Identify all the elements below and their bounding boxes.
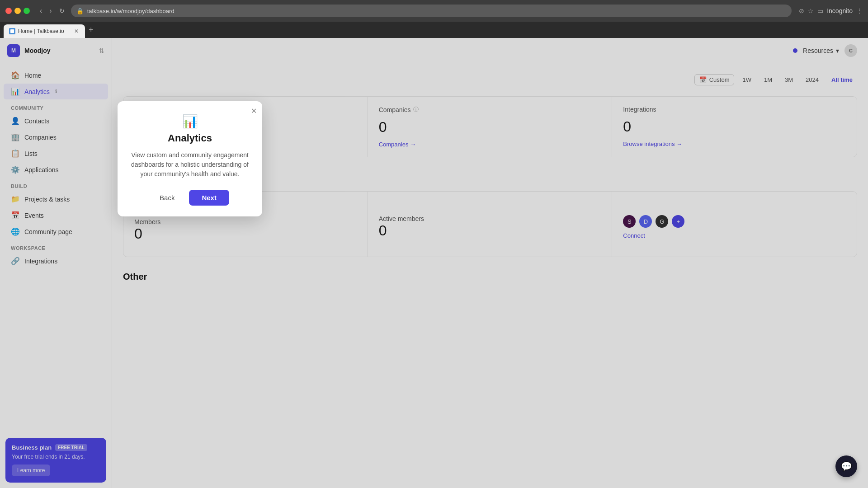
sidebar-toggle[interactable]: ▭ <box>817 7 823 14</box>
modal-back-button[interactable]: Back <box>151 190 184 206</box>
forward-arrow[interactable]: › <box>47 6 54 16</box>
analytics-modal: ✕ 📊 Analytics View custom and community … <box>118 101 262 216</box>
tab-bar: Home | Talkbase.io ✕ + <box>0 22 868 38</box>
modal-actions: Back Next <box>128 190 251 206</box>
menu-icon[interactable]: ⋮ <box>856 7 863 14</box>
lock-icon: 🔒 <box>76 8 84 14</box>
minimize-btn[interactable] <box>14 8 21 14</box>
browser-chrome: ‹ › ↻ 🔒 talkbase.io/w/moodjoy/dashboard … <box>0 0 868 22</box>
browser-extras: ⊘ ☆ ▭ Incognito ⋮ <box>799 7 863 14</box>
modal-close-button[interactable]: ✕ <box>251 107 257 115</box>
tab-title: Home | Talkbase.io <box>18 28 71 34</box>
incognito-label: Incognito <box>827 7 853 14</box>
star-icon[interactable]: ☆ <box>808 7 814 14</box>
close-btn[interactable] <box>5 8 12 14</box>
tab-close-button[interactable]: ✕ <box>73 28 80 34</box>
modal-overlay: ✕ 📊 Analytics View custom and community … <box>0 38 868 488</box>
tab-favicon <box>9 28 15 34</box>
new-tab-button[interactable]: + <box>89 25 94 35</box>
modal-icon: 📊 <box>128 114 251 129</box>
chat-icon: 💬 <box>841 461 852 472</box>
reader-icon[interactable]: ⊘ <box>799 7 804 14</box>
modal-body-text: View custom and community engagement das… <box>128 150 251 179</box>
window-controls <box>5 8 30 14</box>
chat-button[interactable]: 💬 <box>835 455 857 477</box>
maximize-btn[interactable] <box>24 8 30 14</box>
modal-title: Analytics <box>128 132 251 144</box>
back-arrow[interactable]: ‹ <box>37 6 45 16</box>
nav-buttons: ‹ › ↻ <box>37 6 67 16</box>
active-tab[interactable]: Home | Talkbase.io ✕ <box>4 24 85 38</box>
reload-button[interactable]: ↻ <box>57 6 67 15</box>
url-text: talkbase.io/w/moodjoy/dashboard <box>87 8 175 14</box>
address-bar[interactable]: 🔒 talkbase.io/w/moodjoy/dashboard <box>71 5 792 17</box>
modal-next-button[interactable]: Next <box>189 190 229 206</box>
